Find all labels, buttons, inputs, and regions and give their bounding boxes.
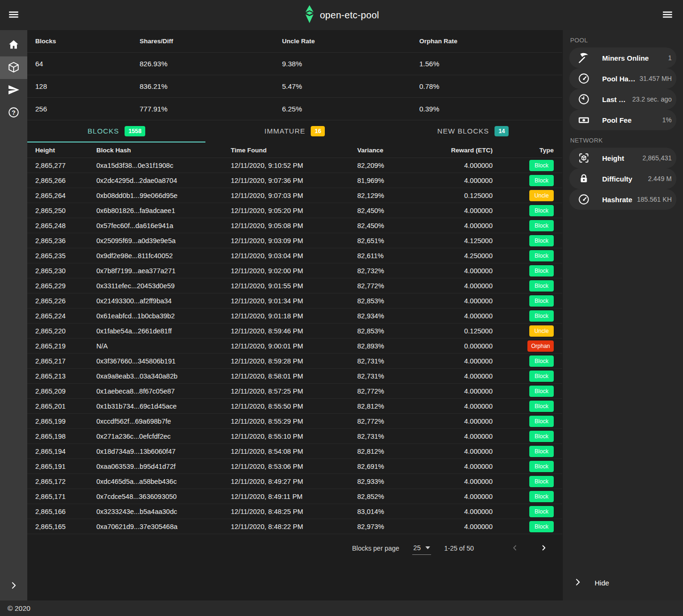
- caret-down-icon: [425, 546, 430, 549]
- stat-value: 2.449 M: [646, 175, 672, 182]
- block-type-cell: Block: [493, 175, 562, 186]
- sidebar-item-payments[interactable]: [0, 79, 27, 102]
- block-height-cell: 2,865,220: [35, 327, 96, 335]
- chevron-right-icon: [540, 544, 548, 553]
- stats-table-body: 64 826.93% 9.38% 1.56% 128 836.21% 5.47%…: [27, 53, 562, 120]
- block-row: 2,865,224 0x61eabfcd...1b0cba39b2 12/11/…: [27, 308, 562, 324]
- previous-page-button[interactable]: [507, 540, 523, 557]
- block-hash-cell: 0x1aebeca8...8f67c05e87: [96, 387, 231, 395]
- stat-network-hashrate: Hashrate 185.561 KH: [569, 189, 676, 210]
- block-type-chip: Block: [529, 280, 554, 292]
- copyright-label: © 2020: [8, 604, 31, 612]
- block-hash-cell: 0xa70621d9...37e305468a: [96, 523, 231, 530]
- block-reward-cell: 4.000000: [414, 267, 493, 275]
- block-type-cell: Uncle: [493, 325, 562, 337]
- per-page-select[interactable]: 25: [412, 542, 431, 555]
- top-app-bar: open-etc-pool: [0, 0, 683, 30]
- block-height-cell: 2,865,217: [35, 357, 96, 365]
- block-time-cell: 12/11/2020, 8:59:46 PM: [231, 327, 357, 335]
- stats-orphan-cell: 1.56%: [419, 60, 562, 68]
- block-variance-cell: 82,732%: [357, 267, 414, 275]
- block-row: 2,865,220 0x1fabe54a...2661de81ff 12/11/…: [27, 324, 562, 339]
- left-nav-rail: ?: [0, 30, 27, 600]
- block-height-cell: 2,865,194: [35, 448, 96, 455]
- block-type-cell: Block: [493, 446, 562, 457]
- block-hash-cell: 0x1b31b734...69c1d45ace: [96, 403, 231, 410]
- stats-shares-cell: 826.93%: [140, 60, 282, 68]
- block-type-chip: Block: [529, 491, 554, 502]
- block-variance-cell: 82,611%: [357, 252, 414, 260]
- block-reward-cell: 4.000000: [414, 403, 493, 410]
- block-time-cell: 12/11/2020, 8:53:06 PM: [231, 463, 357, 470]
- hide-label: Hide: [595, 579, 609, 587]
- stat-value: 31.457 MH: [638, 75, 672, 82]
- stats-col-shares-diff: Shares/Diff: [140, 38, 282, 45]
- block-type-cell: Uncle: [493, 190, 562, 201]
- block-row: 2,865,191 0xaa063539...b95d41d72f 12/11/…: [27, 459, 562, 474]
- sidebar-item-blocks[interactable]: [0, 56, 27, 79]
- block-hash-cell: 0x9df2e98e...811fc40052: [96, 252, 231, 260]
- block-time-cell: 12/11/2020, 9:02:00 PM: [231, 267, 357, 275]
- block-time-cell: 12/11/2020, 8:55:29 PM: [231, 418, 357, 425]
- menu-button-right[interactable]: [658, 5, 677, 26]
- stat-label: Miners Online: [602, 54, 649, 62]
- stats-shares-cell: 777.91%: [140, 105, 282, 113]
- home-icon: [8, 39, 20, 52]
- block-reward-cell: 4.250000: [414, 252, 493, 260]
- stat-label: Difficulty: [602, 175, 632, 183]
- sidebar-item-help[interactable]: ?: [0, 102, 27, 124]
- etc-logo-icon: [304, 5, 314, 25]
- lock-icon: [578, 173, 590, 185]
- block-height-cell: 2,865,235: [35, 252, 96, 260]
- block-type-cell: Block: [493, 250, 562, 261]
- block-hash-cell: 0x3233243e...b5a4aa30dc: [96, 508, 231, 515]
- block-type-chip: Block: [529, 416, 554, 427]
- block-type-chip: Block: [529, 476, 554, 487]
- block-row: 2,865,230 0x7b8f7199...aea377a271 12/11/…: [27, 263, 562, 278]
- stat-label: Height: [602, 154, 624, 162]
- block-type-chip: Uncle: [529, 190, 554, 201]
- tab-immature[interactable]: IMMATURE 16: [205, 120, 384, 142]
- expand-rail-button[interactable]: [0, 575, 27, 597]
- block-height-cell: 2,865,266: [35, 177, 96, 184]
- hide-sidebar-button[interactable]: Hide: [563, 571, 683, 594]
- block-variance-cell: 82,731%: [357, 372, 414, 380]
- block-hash-cell: 0x7cdce548...3636093050: [96, 493, 231, 500]
- block-time-cell: 12/11/2020, 9:10:52 PM: [231, 162, 357, 169]
- block-type-cell: Block: [493, 371, 562, 382]
- block-row: 2,865,226 0x21493300...af2ff9ba34 12/11/…: [27, 293, 562, 308]
- sidebar-item-home[interactable]: [0, 34, 27, 56]
- cube-icon: [8, 61, 20, 75]
- tab-blocks[interactable]: BLOCKS 1558: [27, 120, 205, 142]
- block-height-cell: 2,865,171: [35, 493, 96, 500]
- tab-new-blocks[interactable]: NEW BLOCKS 14: [384, 120, 562, 142]
- stats-table-header: Blocks Shares/Diff Uncle Rate Orphan Rat…: [27, 30, 562, 53]
- menu-button-left[interactable]: [4, 5, 24, 26]
- block-type-chip: Block: [529, 521, 554, 532]
- block-time-cell: 12/11/2020, 8:59:28 PM: [231, 357, 357, 365]
- block-hash-cell: 0xdc465d5a...a58beb436c: [96, 478, 231, 485]
- block-hash-cell: 0x6b801826...fa9adcaee1: [96, 207, 231, 214]
- block-height-cell: 2,865,199: [35, 418, 96, 425]
- block-variance-cell: 82,651%: [357, 237, 414, 245]
- block-reward-cell: 4.000000: [414, 297, 493, 305]
- pagination-bar: Blocks per page 25 1-25 of 50: [27, 534, 562, 562]
- block-variance-cell: 81,969%: [357, 177, 414, 184]
- block-variance-cell: 82,209%: [357, 162, 414, 169]
- block-time-cell: 12/11/2020, 8:57:25 PM: [231, 387, 357, 395]
- block-height-cell: 2,865,250: [35, 207, 96, 214]
- block-type-cell: Block: [493, 401, 562, 412]
- block-time-cell: 12/11/2020, 9:00:01 PM: [231, 342, 357, 350]
- block-reward-cell: 4.000000: [414, 387, 493, 395]
- send-icon: [8, 84, 20, 97]
- block-variance-cell: 82,450%: [357, 207, 414, 214]
- block-height-cell: 2,865,229: [35, 282, 96, 290]
- next-page-button[interactable]: [536, 540, 552, 557]
- block-height-cell: 2,865,236: [35, 237, 96, 245]
- block-type-cell: Block: [493, 491, 562, 502]
- block-reward-cell: 4.000000: [414, 523, 493, 530]
- block-type-chip: Block: [529, 265, 554, 276]
- page-range-label: 1-25 of 50: [444, 545, 474, 552]
- block-row: 2,865,166 0x3233243e...b5a4aa30dc 12/11/…: [27, 504, 562, 519]
- block-row: 2,865,165 0xa70621d9...37e305468a 12/11/…: [27, 519, 562, 534]
